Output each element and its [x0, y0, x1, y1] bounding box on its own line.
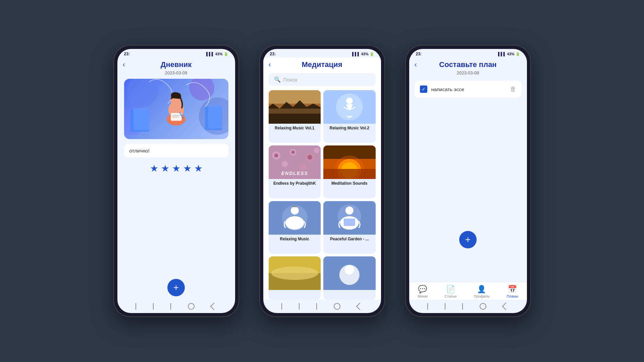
plan-header: ‹ Составьте план: [409, 58, 527, 70]
svg-rect-38: [323, 169, 376, 179]
music-thumb-5: [269, 201, 321, 235]
music-label-4: Meditation Sounds: [323, 179, 376, 188]
music-thumb-1: [269, 90, 321, 124]
nav-articles-label: Статьи: [445, 294, 457, 298]
phone-3: 23: ▌▌▌ 43% 🔋 ‹ Составьте план 2023-03-0…: [405, 45, 531, 317]
diary-rating: ★ ★ ★ ★ ★: [117, 163, 235, 174]
music-card-1[interactable]: Relaxing Music Vol.1: [269, 90, 321, 143]
diary-add-button[interactable]: +: [167, 279, 185, 296]
status-icons-2: ▌▌▌ 43% 🔋: [352, 52, 374, 56]
phone-2: 23: ▌▌▌ 43% 🔋 ‹ Медитация 🔍 Поиск: [259, 45, 385, 317]
nav-profile[interactable]: 👤 Профиль: [474, 285, 490, 298]
nav-circle-1[interactable]: [188, 303, 195, 310]
plan-date: 2023-03-09: [409, 70, 527, 75]
music-label-3: Endless by PrabajithK: [269, 179, 321, 188]
status-icons-1: ▌▌▌ 43% 🔋: [206, 52, 228, 56]
music-label-6: Peaceful Garden - ...: [323, 235, 376, 244]
music-label-1: Relaxing Music Vol.1: [269, 124, 321, 133]
search-placeholder: Поиск: [283, 77, 298, 82]
svg-point-45: [345, 206, 354, 215]
plan-delete-button-1[interactable]: 🗑: [510, 86, 516, 93]
nav-lines-4: [281, 303, 282, 310]
svg-rect-47: [344, 219, 355, 226]
plan-content: ‹ Составьте план 2023-03-09 ✓ написать э…: [409, 58, 527, 282]
svg-rect-7: [208, 105, 222, 129]
home-indicator-3: [409, 300, 527, 313]
plan-title: Составьте план: [439, 60, 496, 69]
nav-circle-3[interactable]: [480, 303, 486, 310]
music-thumb-8: [323, 256, 376, 290]
nav-plans-label: Планы: [507, 294, 518, 298]
svg-point-42: [285, 216, 304, 230]
nav-lines-7: [427, 303, 428, 310]
home-indicator-2: [263, 300, 381, 313]
plan-item-1: ✓ написать эссе 🗑: [415, 81, 522, 98]
music-card-7[interactable]: [269, 256, 321, 300]
diary-date: 2023-03-09: [117, 70, 235, 75]
star-3[interactable]: ★: [172, 163, 180, 174]
star-4[interactable]: ★: [183, 163, 192, 174]
meditation-search[interactable]: 🔍 Поиск: [269, 73, 376, 86]
svg-point-0: [127, 79, 158, 107]
music-grid: Relaxing Music Vol.1: [263, 90, 381, 300]
diary-entry-value: отлично!: [129, 148, 150, 154]
music-card-2[interactable]: Relaxing Music Vol.2: [323, 90, 376, 143]
svg-point-31: [314, 148, 319, 153]
music-thumb-6: [323, 201, 376, 235]
svg-point-53: [345, 265, 354, 275]
star-1[interactable]: ★: [150, 163, 158, 174]
profile-icon: 👤: [477, 285, 486, 294]
music-thumb-4: [323, 145, 376, 179]
meditation-content: ‹ Медитация 🔍 Поиск: [263, 58, 381, 300]
diary-entry-text[interactable]: отлично!: [124, 144, 228, 158]
status-time-1: 23:: [124, 52, 130, 56]
nav-lines-5: [299, 303, 300, 310]
phone-2-screen: 23: ▌▌▌ 43% 🔋 ‹ Медитация 🔍 Поиск: [263, 49, 381, 313]
search-icon: 🔍: [274, 76, 281, 83]
music-label-5: Relaxing Music: [269, 235, 321, 244]
nav-lines-2: [153, 303, 154, 310]
phone-3-screen: 23: ▌▌▌ 43% 🔋 ‹ Составьте план 2023-03-0…: [409, 49, 527, 313]
star-5[interactable]: ★: [194, 163, 203, 174]
nav-back-3[interactable]: [502, 303, 509, 310]
svg-point-28: [307, 155, 312, 160]
nav-back-1[interactable]: [210, 303, 218, 310]
svg-text:ENDLESS: ENDLESS: [281, 171, 308, 176]
nav-circle-2[interactable]: [334, 303, 340, 310]
nav-profile-label: Профиль: [474, 294, 490, 298]
status-bar-2: 23: ▌▌▌ 43% 🔋: [263, 49, 381, 58]
music-card-3[interactable]: ENDLESS Endless by PrabajithK: [269, 145, 321, 198]
nav-lines-6: [316, 303, 317, 310]
nav-menu[interactable]: 💬 Меню: [418, 285, 428, 298]
music-thumb-2: [323, 90, 376, 124]
svg-rect-18: [269, 109, 321, 114]
music-card-4[interactable]: Meditation Sounds: [323, 145, 376, 198]
svg-point-50: [271, 266, 318, 280]
star-2[interactable]: ★: [161, 163, 169, 174]
svg-point-29: [281, 161, 287, 167]
meditation-title: Медитация: [302, 60, 342, 69]
status-time-3: 23:: [416, 52, 422, 56]
meditation-header: ‹ Медитация: [263, 58, 381, 70]
svg-point-26: [291, 150, 294, 154]
nav-plans[interactable]: 📅 Планы: [507, 285, 518, 298]
diary-back-button[interactable]: ‹: [123, 60, 125, 69]
svg-point-41: [290, 206, 299, 215]
music-card-8[interactable]: [323, 256, 376, 300]
phone-1: 23: ▌▌▌ 43% 🔋 ‹ Дневник 2023-03-09: [113, 45, 239, 317]
home-indicator-1: [117, 300, 235, 313]
meditation-back-button[interactable]: ‹: [269, 60, 271, 69]
plan-checkbox-1[interactable]: ✓: [420, 85, 427, 93]
plan-add-button[interactable]: +: [459, 231, 477, 248]
music-card-6[interactable]: Peaceful Garden - ...: [323, 201, 376, 254]
svg-point-1: [189, 79, 214, 101]
nav-articles[interactable]: 📄 Статьи: [445, 285, 457, 298]
nav-menu-label: Меню: [418, 294, 428, 298]
nav-lines-8: [445, 303, 445, 310]
nav-lines-1: [136, 303, 136, 310]
plan-back-button[interactable]: ‹: [415, 60, 417, 69]
phone-1-screen: 23: ▌▌▌ 43% 🔋 ‹ Дневник 2023-03-09: [117, 49, 235, 313]
music-card-5[interactable]: Relaxing Music: [269, 201, 321, 254]
nav-back-2[interactable]: [356, 303, 364, 310]
diary-image: [124, 79, 228, 139]
